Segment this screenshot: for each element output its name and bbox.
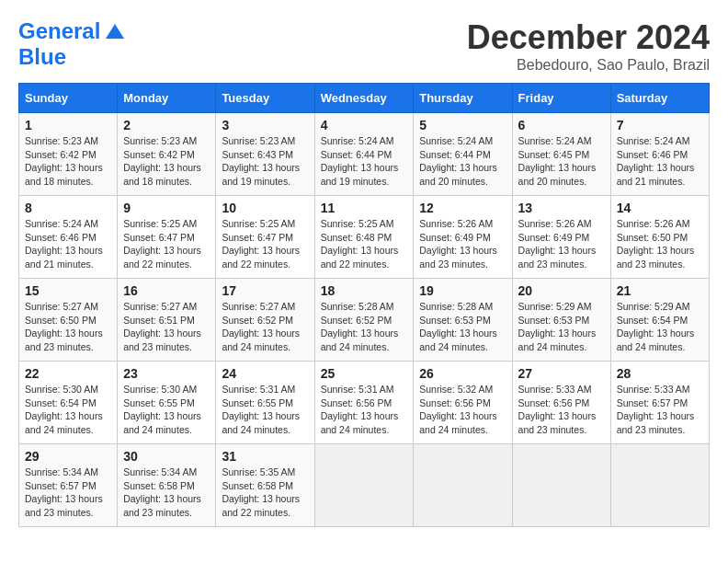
calendar-day-cell: 13Sunrise: 5:26 AM Sunset: 6:49 PM Dayli… <box>512 196 610 279</box>
calendar-day-cell: 16Sunrise: 5:27 AM Sunset: 6:51 PM Dayli… <box>118 279 216 362</box>
day-number: 9 <box>123 201 210 215</box>
day-number: 15 <box>25 283 111 298</box>
day-number: 13 <box>518 201 605 215</box>
day-info: Sunrise: 5:31 AM Sunset: 6:55 PM Dayligh… <box>222 383 308 437</box>
day-info: Sunrise: 5:30 AM Sunset: 6:55 PM Dayligh… <box>123 383 210 437</box>
day-number: 6 <box>518 118 605 132</box>
day-info: Sunrise: 5:30 AM Sunset: 6:54 PM Dayligh… <box>25 383 111 437</box>
day-number: 28 <box>617 366 703 381</box>
calendar-day-cell: 8Sunrise: 5:24 AM Sunset: 6:46 PM Daylig… <box>19 196 118 279</box>
day-number: 16 <box>123 283 210 298</box>
calendar-day-cell: 12Sunrise: 5:26 AM Sunset: 6:49 PM Dayli… <box>414 196 512 279</box>
logo: General Blue <box>18 18 124 70</box>
day-info: Sunrise: 5:27 AM Sunset: 6:50 PM Dayligh… <box>25 300 111 354</box>
day-number: 26 <box>419 366 506 381</box>
header-friday: Friday <box>512 84 610 113</box>
logo-blue: Blue <box>18 44 66 70</box>
day-number: 24 <box>222 366 308 381</box>
calendar-day-cell: 21Sunrise: 5:29 AM Sunset: 6:54 PM Dayli… <box>610 279 709 362</box>
logo-text: General <box>18 18 100 44</box>
day-info: Sunrise: 5:24 AM Sunset: 6:45 PM Dayligh… <box>518 134 605 189</box>
day-number: 27 <box>518 366 605 381</box>
day-info: Sunrise: 5:27 AM Sunset: 6:51 PM Dayligh… <box>123 300 210 354</box>
calendar-day-cell: 26Sunrise: 5:32 AM Sunset: 6:56 PM Dayli… <box>414 362 512 444</box>
day-number: 4 <box>321 118 408 132</box>
day-info: Sunrise: 5:23 AM Sunset: 6:43 PM Dayligh… <box>222 134 308 189</box>
calendar-day-cell: 31Sunrise: 5:35 AM Sunset: 6:58 PM Dayli… <box>216 444 314 527</box>
calendar-day-cell: 28Sunrise: 5:33 AM Sunset: 6:57 PM Dayli… <box>610 362 709 444</box>
day-number: 18 <box>321 283 408 298</box>
calendar-day-cell: 19Sunrise: 5:28 AM Sunset: 6:53 PM Dayli… <box>414 279 512 362</box>
calendar-day-cell: 2Sunrise: 5:23 AM Sunset: 6:42 PM Daylig… <box>118 113 216 196</box>
subtitle: Bebedouro, Sao Paulo, Brazil <box>467 57 710 74</box>
day-number: 14 <box>617 201 703 215</box>
title-section: December 2024 Bebedouro, Sao Paulo, Braz… <box>467 18 710 74</box>
calendar-day-cell: 17Sunrise: 5:27 AM Sunset: 6:52 PM Dayli… <box>216 279 314 362</box>
day-number: 7 <box>617 118 703 132</box>
day-info: Sunrise: 5:24 AM Sunset: 6:44 PM Dayligh… <box>419 134 506 189</box>
calendar-table: Sunday Monday Tuesday Wednesday Thursday… <box>18 83 710 527</box>
day-number: 25 <box>321 366 408 381</box>
calendar-day-cell: 25Sunrise: 5:31 AM Sunset: 6:56 PM Dayli… <box>314 362 414 444</box>
header-saturday: Saturday <box>610 84 709 113</box>
calendar-day-cell: 29Sunrise: 5:34 AM Sunset: 6:57 PM Dayli… <box>19 444 118 527</box>
calendar-week-row: 29Sunrise: 5:34 AM Sunset: 6:57 PM Dayli… <box>19 444 710 527</box>
day-number: 30 <box>123 449 210 464</box>
calendar-day-cell: 15Sunrise: 5:27 AM Sunset: 6:50 PM Dayli… <box>19 279 118 362</box>
day-number: 22 <box>25 366 111 381</box>
day-info: Sunrise: 5:24 AM Sunset: 6:46 PM Dayligh… <box>617 134 703 189</box>
day-number: 17 <box>222 283 308 298</box>
calendar-day-cell: 23Sunrise: 5:30 AM Sunset: 6:55 PM Dayli… <box>118 362 216 444</box>
day-info: Sunrise: 5:31 AM Sunset: 6:56 PM Dayligh… <box>321 383 408 437</box>
day-info: Sunrise: 5:29 AM Sunset: 6:54 PM Dayligh… <box>617 300 703 354</box>
page-header: General Blue December 2024 Bebedouro, Sa… <box>18 18 710 74</box>
day-info: Sunrise: 5:25 AM Sunset: 6:47 PM Dayligh… <box>222 217 308 271</box>
calendar-header-row: Sunday Monday Tuesday Wednesday Thursday… <box>19 84 710 113</box>
calendar-day-cell <box>610 444 709 527</box>
calendar-day-cell: 4Sunrise: 5:24 AM Sunset: 6:44 PM Daylig… <box>314 113 414 196</box>
day-info: Sunrise: 5:32 AM Sunset: 6:56 PM Dayligh… <box>419 383 506 437</box>
calendar-day-cell: 27Sunrise: 5:33 AM Sunset: 6:56 PM Dayli… <box>512 362 610 444</box>
header-thursday: Thursday <box>414 84 512 113</box>
calendar-week-row: 1Sunrise: 5:23 AM Sunset: 6:42 PM Daylig… <box>19 113 710 196</box>
day-number: 3 <box>222 118 308 132</box>
logo-general: General <box>18 18 100 43</box>
header-wednesday: Wednesday <box>314 84 414 113</box>
main-title: December 2024 <box>467 18 710 57</box>
day-info: Sunrise: 5:25 AM Sunset: 6:48 PM Dayligh… <box>321 217 408 271</box>
calendar-day-cell: 30Sunrise: 5:34 AM Sunset: 6:58 PM Dayli… <box>118 444 216 527</box>
day-number: 31 <box>222 449 308 464</box>
calendar-day-cell: 5Sunrise: 5:24 AM Sunset: 6:44 PM Daylig… <box>414 113 512 196</box>
calendar-day-cell: 18Sunrise: 5:28 AM Sunset: 6:52 PM Dayli… <box>314 279 414 362</box>
calendar-day-cell: 9Sunrise: 5:25 AM Sunset: 6:47 PM Daylig… <box>118 196 216 279</box>
day-info: Sunrise: 5:33 AM Sunset: 6:56 PM Dayligh… <box>518 383 605 437</box>
day-number: 12 <box>419 201 506 215</box>
day-number: 5 <box>419 118 506 132</box>
calendar-week-row: 8Sunrise: 5:24 AM Sunset: 6:46 PM Daylig… <box>19 196 710 279</box>
day-number: 1 <box>25 118 111 132</box>
calendar-day-cell <box>314 444 414 527</box>
day-number: 21 <box>617 283 703 298</box>
calendar-day-cell: 1Sunrise: 5:23 AM Sunset: 6:42 PM Daylig… <box>19 113 118 196</box>
day-info: Sunrise: 5:28 AM Sunset: 6:53 PM Dayligh… <box>419 300 506 354</box>
header-tuesday: Tuesday <box>216 84 314 113</box>
calendar-day-cell: 11Sunrise: 5:25 AM Sunset: 6:48 PM Dayli… <box>314 196 414 279</box>
calendar-week-row: 15Sunrise: 5:27 AM Sunset: 6:50 PM Dayli… <box>19 279 710 362</box>
day-number: 2 <box>123 118 210 132</box>
day-info: Sunrise: 5:24 AM Sunset: 6:44 PM Dayligh… <box>321 134 408 189</box>
calendar-day-cell: 7Sunrise: 5:24 AM Sunset: 6:46 PM Daylig… <box>610 113 709 196</box>
day-number: 10 <box>222 201 308 215</box>
calendar-day-cell <box>512 444 610 527</box>
day-number: 19 <box>419 283 506 298</box>
day-info: Sunrise: 5:29 AM Sunset: 6:53 PM Dayligh… <box>518 300 605 354</box>
calendar-day-cell: 6Sunrise: 5:24 AM Sunset: 6:45 PM Daylig… <box>512 113 610 196</box>
day-info: Sunrise: 5:26 AM Sunset: 6:49 PM Dayligh… <box>419 217 506 271</box>
day-number: 8 <box>25 201 111 215</box>
day-info: Sunrise: 5:24 AM Sunset: 6:46 PM Dayligh… <box>25 217 111 271</box>
day-info: Sunrise: 5:34 AM Sunset: 6:57 PM Dayligh… <box>25 465 111 520</box>
header-sunday: Sunday <box>19 84 118 113</box>
day-number: 29 <box>25 449 111 464</box>
header-monday: Monday <box>118 84 216 113</box>
day-info: Sunrise: 5:23 AM Sunset: 6:42 PM Dayligh… <box>25 134 111 189</box>
calendar-day-cell: 24Sunrise: 5:31 AM Sunset: 6:55 PM Dayli… <box>216 362 314 444</box>
